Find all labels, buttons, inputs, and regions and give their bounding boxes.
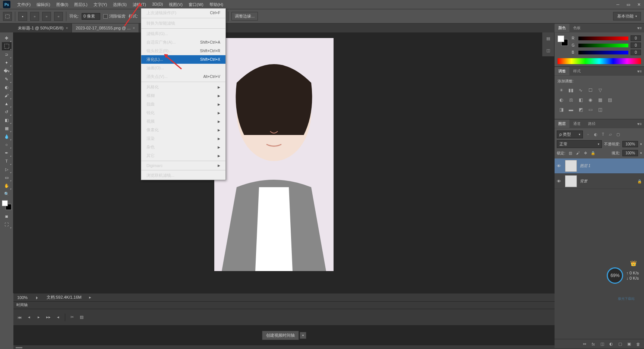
menu-5[interactable]: 选择(S) bbox=[110, 0, 130, 9]
antialias-checkbox[interactable]: 消除锯齿 bbox=[103, 13, 126, 19]
filter-shape-icon[interactable]: ▱ bbox=[607, 132, 613, 138]
refine-edge-button[interactable]: 调整边缘... bbox=[231, 12, 258, 21]
zoom-arrow-icon[interactable]: ⏵ bbox=[35, 295, 39, 300]
lock-transparent-icon[interactable]: ▨ bbox=[568, 150, 574, 156]
link-layers-icon[interactable]: ⇔ bbox=[581, 341, 587, 347]
menu-item[interactable]: 视频▶ bbox=[141, 117, 225, 126]
menu-item[interactable]: 转换为智能滤镜 bbox=[141, 19, 225, 28]
menu-4[interactable]: 文字(Y) bbox=[91, 0, 110, 9]
layer-fx-icon[interactable]: fx bbox=[590, 341, 596, 347]
close-button[interactable]: ✕ bbox=[634, 1, 644, 8]
hand-tool[interactable]: ✋ bbox=[2, 182, 12, 190]
menu-item[interactable]: 其它▶ bbox=[141, 151, 225, 160]
menu-item[interactable]: 自适应广角(A)...Shift+Ctrl+A bbox=[141, 38, 225, 47]
visibility-icon[interactable]: 👁 bbox=[557, 164, 562, 168]
fill-input[interactable] bbox=[622, 150, 638, 156]
create-timeline-dropdown[interactable]: ▾ bbox=[300, 332, 306, 339]
layer-filter-select[interactable]: ρ 类型▾ bbox=[557, 131, 583, 138]
bw-icon[interactable]: ◧ bbox=[577, 97, 584, 103]
color-picker[interactable] bbox=[2, 200, 12, 210]
layer-item[interactable]: 👁图层 1 bbox=[555, 158, 644, 174]
tab-close-icon[interactable]: × bbox=[66, 26, 68, 30]
dodge-tool[interactable]: ○ bbox=[2, 141, 12, 149]
filter-smart-icon[interactable]: ▢ bbox=[615, 132, 621, 138]
menu-item[interactable]: 扭曲▶ bbox=[141, 100, 225, 109]
adjustment-layer-icon[interactable]: ◐ bbox=[608, 341, 614, 347]
layer-mask-icon[interactable]: ◫ bbox=[599, 341, 605, 347]
tab-layers[interactable]: 图层 bbox=[555, 120, 569, 128]
workspace-switcher[interactable]: 基本功能▾ bbox=[613, 12, 641, 21]
panel-menu-icon[interactable]: ▾≡ bbox=[635, 122, 644, 126]
lookup-icon[interactable]: ▤ bbox=[606, 97, 613, 103]
quickmask-tool[interactable]: ◙ bbox=[2, 212, 12, 220]
menu-9[interactable]: 窗口(W) bbox=[186, 0, 206, 9]
posterize-icon[interactable]: ▬ bbox=[567, 106, 575, 113]
first-frame-icon[interactable]: ⏮ bbox=[16, 314, 22, 320]
lasso-tool[interactable]: ⊃ bbox=[2, 50, 12, 59]
panel-menu-icon[interactable]: ▾≡ bbox=[635, 69, 644, 74]
filter-adjust-icon[interactable]: ◐ bbox=[593, 132, 599, 138]
tab-styles[interactable]: 样式 bbox=[569, 67, 584, 75]
tool-preset-icon[interactable] bbox=[3, 12, 12, 21]
levels-icon[interactable]: ▮▮ bbox=[567, 87, 575, 94]
marquee-tool[interactable] bbox=[2, 42, 12, 50]
gradient-tool[interactable]: ▦ bbox=[2, 124, 12, 132]
wand-tool[interactable]: ✦ bbox=[2, 59, 12, 67]
stamp-tool[interactable]: ▲ bbox=[2, 100, 12, 108]
gradient-map-icon[interactable]: ▭ bbox=[587, 106, 594, 113]
color-swatch[interactable] bbox=[558, 35, 568, 46]
history-brush-tool[interactable]: ↺ bbox=[2, 108, 12, 116]
panel-menu-icon[interactable]: ▾≡ bbox=[635, 26, 644, 31]
lock-position-icon[interactable]: ✥ bbox=[583, 150, 588, 156]
tab-color[interactable]: 颜色 bbox=[555, 24, 569, 32]
g-slider[interactable] bbox=[578, 44, 628, 47]
g-value[interactable] bbox=[631, 43, 641, 48]
menu-item[interactable]: 渲染▶ bbox=[141, 134, 225, 143]
menu-item[interactable]: 油画(O)... bbox=[141, 64, 225, 72]
tab-paths[interactable]: 路径 bbox=[584, 120, 599, 128]
filter-type-icon[interactable]: T bbox=[600, 132, 606, 138]
layer-item[interactable]: 👁背景🔒 bbox=[555, 174, 644, 189]
filter-pixel-icon[interactable]: ▫ bbox=[585, 132, 591, 138]
menu-item[interactable]: 模糊▶ bbox=[141, 91, 225, 100]
shape-tool[interactable]: ▭ bbox=[2, 173, 12, 182]
blend-mode-select[interactable]: 正常▾ bbox=[557, 140, 602, 148]
layer-thumbnail[interactable] bbox=[565, 160, 577, 172]
visibility-icon[interactable]: 👁 bbox=[557, 179, 562, 183]
menu-item[interactable]: 杂色▶ bbox=[141, 143, 225, 151]
add-selection-icon[interactable]: ▫ bbox=[30, 12, 39, 21]
tab-channels[interactable]: 通道 bbox=[569, 120, 584, 128]
crop-tool[interactable]: �ء bbox=[2, 67, 12, 75]
photo-filter-icon[interactable]: ◉ bbox=[587, 97, 594, 103]
lock-all-icon[interactable]: 🔒 bbox=[590, 150, 596, 156]
zoom-tool[interactable]: 🔍 bbox=[2, 190, 12, 198]
tab-adjustments[interactable]: 调整 bbox=[555, 67, 569, 75]
history-panel-icon[interactable]: ▤ bbox=[544, 34, 553, 43]
menu-7[interactable]: 3D(D) bbox=[149, 0, 166, 9]
hue-icon[interactable]: ◐ bbox=[558, 97, 565, 103]
lock-pixels-icon[interactable]: 🖌 bbox=[575, 150, 581, 156]
status-arrow-icon[interactable]: ▸ bbox=[89, 295, 91, 300]
vibrance-icon[interactable]: ▽ bbox=[596, 87, 604, 94]
document-tab[interactable]: 未标题-1 @ 50%(RGB/8)× bbox=[14, 23, 72, 32]
properties-panel-icon[interactable]: ◫ bbox=[544, 46, 553, 55]
type-tool[interactable]: T bbox=[2, 157, 12, 165]
menu-item[interactable]: 浏览联机滤镜... bbox=[141, 171, 225, 180]
menu-item[interactable]: 消失点(V)...Alt+Ctrl+V bbox=[141, 72, 225, 81]
curves-icon[interactable]: ∿ bbox=[577, 87, 584, 94]
brush-tool[interactable]: 🖌 bbox=[2, 91, 12, 100]
r-slider[interactable] bbox=[578, 37, 628, 40]
canvas[interactable] bbox=[13, 32, 644, 293]
eyedropper-tool[interactable]: ✎ bbox=[2, 75, 12, 83]
heal-tool[interactable]: ◐ bbox=[2, 83, 12, 91]
brightness-icon[interactable]: ☀ bbox=[558, 87, 565, 94]
last-frame-icon[interactable]: ◂ bbox=[55, 314, 61, 320]
b-slider[interactable] bbox=[578, 51, 628, 54]
delete-layer-icon[interactable]: 🗑 bbox=[635, 341, 641, 347]
invert-icon[interactable]: ◨ bbox=[558, 106, 565, 113]
maximize-button[interactable]: ▭ bbox=[623, 1, 634, 8]
new-selection-icon[interactable]: ▪ bbox=[18, 12, 27, 21]
move-tool[interactable]: ✥ bbox=[2, 34, 12, 42]
prev-frame-icon[interactable]: ◂ bbox=[26, 314, 32, 320]
transition-icon[interactable]: ▨ bbox=[79, 314, 85, 320]
